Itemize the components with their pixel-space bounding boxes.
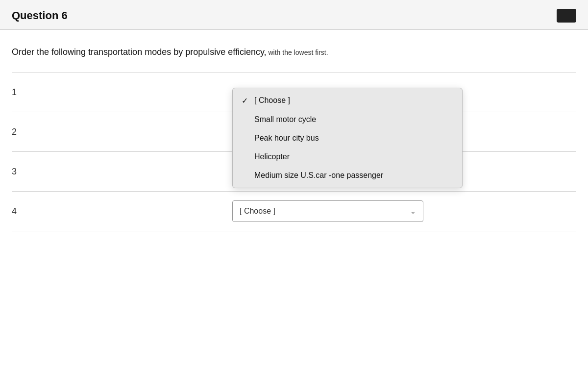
rows-container: 1 ✓ [ Choose ] Small motor cycle: [12, 73, 576, 231]
dropdown-option-helicopter: Helicopter: [254, 152, 290, 161]
dropdown-item-motorcycle[interactable]: Small motor cycle: [233, 110, 462, 129]
row-1: 1 ✓ [ Choose ] Small motor cycle: [12, 73, 576, 112]
header: Question 6: [0, 0, 588, 30]
check-icon: ✓: [242, 96, 250, 105]
dropdown-item-choose[interactable]: ✓ [ Choose ]: [233, 91, 462, 110]
row-3-number: 3: [12, 167, 41, 177]
row-4-chevron-icon: ⌄: [410, 207, 416, 215]
dropdown-option-motorcycle: Small motor cycle: [254, 115, 316, 124]
dropdown-option-bus: Peak hour city bus: [254, 134, 319, 143]
row-4-select-label: [ Choose ]: [240, 207, 275, 216]
header-icon: [557, 9, 576, 23]
question-main-text: Order the following transportation modes…: [12, 47, 267, 57]
dropdown-open: ✓ [ Choose ] Small motor cycle Peak hour…: [232, 88, 463, 188]
dropdown-item-car[interactable]: Medium size U.S.car -one passenger: [233, 166, 462, 185]
dropdown-item-helicopter[interactable]: Helicopter: [233, 147, 462, 166]
row-4-control: [ Choose ] ⌄: [232, 200, 423, 222]
dropdown-item-bus[interactable]: Peak hour city bus: [233, 129, 462, 147]
row-4-select[interactable]: [ Choose ] ⌄: [232, 200, 423, 222]
question-text: Order the following transportation modes…: [12, 46, 576, 59]
question-title: Question 6: [12, 9, 68, 22]
question-body: Order the following transportation modes…: [0, 30, 588, 231]
row-2-number: 2: [12, 127, 41, 137]
row-4: 4 [ Choose ] ⌄: [12, 191, 576, 231]
question-sub-text: with the lowest first.: [267, 49, 328, 56]
dropdown-option-choose: [ Choose ]: [254, 96, 290, 105]
row-4-number: 4: [12, 206, 41, 217]
row-1-number: 1: [12, 87, 41, 98]
dropdown-option-car: Medium size U.S.car -one passenger: [254, 171, 383, 180]
page-wrapper: Question 6 Order the following transport…: [0, 0, 588, 368]
